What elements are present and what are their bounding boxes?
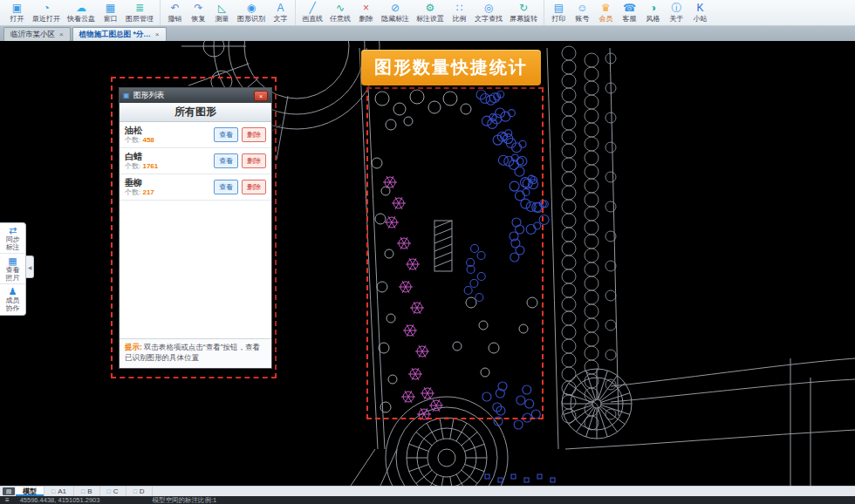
shape-recognize-icon: ◉ — [247, 3, 256, 14]
tab-label: 临沂市某小区 — [10, 30, 55, 40]
mini-site-button[interactable]: K 小站 — [688, 0, 712, 25]
text-button[interactable]: A 文字 — [269, 0, 292, 25]
annotation-scale-readout: 模型空间的标注比例:1 — [152, 496, 216, 504]
sheet-page-icon: □ — [133, 488, 137, 494]
text-find-button[interactable]: ◎ 文字查找 — [471, 0, 506, 25]
shape-list-row[interactable]: 白蜡 个数: 1761 查看 删除 — [120, 148, 271, 174]
panel-item-label: 同步标注 — [5, 236, 21, 252]
panel-collapse-handle[interactable]: ◀ — [26, 255, 34, 278]
toolbar-button-label: 文字 — [274, 15, 288, 23]
view-photos-button[interactable]: ▦ 查看照片 — [0, 254, 25, 284]
annotation-settings-button[interactable]: ⚙ 标注设置 — [413, 0, 448, 25]
delete-button[interactable]: 删除 — [242, 180, 266, 194]
sheet-list-icon[interactable]: ▤ — [3, 487, 15, 495]
dialog-title-bar[interactable]: ▣ 图形列表 × — [120, 88, 271, 103]
tab-sheet[interactable]: □ A1 — [44, 487, 74, 496]
tab-sheet[interactable]: □ D — [127, 487, 153, 496]
account-button[interactable]: ☺ 账号 — [571, 0, 594, 25]
people-icon: ♟ — [9, 286, 17, 296]
proportion-icon: ∷ — [456, 3, 463, 14]
view-button[interactable]: 查看 — [214, 127, 238, 142]
toolbar-button-label: 小站 — [694, 15, 708, 23]
delete-tool-button[interactable]: × 删除 — [354, 0, 378, 25]
hint-label: 提示: — [125, 343, 142, 351]
freehand-icon: ∿ — [336, 3, 345, 14]
shape-info: 垂柳 个数: 217 — [125, 178, 214, 197]
about-button[interactable]: ⓘ 关于 — [665, 0, 688, 25]
close-icon[interactable]: × — [155, 31, 160, 38]
tab-sheet-label: B — [87, 487, 92, 495]
scale-button[interactable]: ∷ 比例 — [448, 0, 471, 25]
shape-recognize-button[interactable]: ◉ 图形识别 — [234, 0, 269, 25]
print-button[interactable]: ▤ 打印 — [547, 0, 571, 25]
tab-sheet[interactable]: □ C — [100, 487, 127, 496]
support-button[interactable]: ☎ 客服 — [618, 0, 641, 25]
gear-icon: ⚙ — [426, 3, 435, 14]
screen-rotate-button[interactable]: ↻ 屏幕旋转 — [506, 0, 541, 25]
view-button[interactable]: 查看 — [214, 180, 238, 194]
window-icon: ▦ — [106, 3, 115, 14]
measure-button[interactable]: ◺ 测量 — [210, 0, 234, 25]
toolbar-button-label: 撤销 — [168, 15, 182, 23]
tab-document-1[interactable]: 临沂市某小区 × — [3, 27, 71, 41]
tab-sheet-label: D — [140, 487, 145, 495]
sheet-page-icon: □ — [107, 488, 111, 494]
row-actions: 查看 删除 — [214, 180, 266, 194]
layers-icon: ≣ — [135, 3, 144, 14]
toolbar-button-label: 图形识别 — [237, 15, 265, 23]
shape-info: 油松 个数: 458 — [125, 126, 214, 145]
tab-document-2-active[interactable]: 植物施工图总图 *分… × — [72, 27, 167, 41]
cad-canvas[interactable]: 图形数量快捷统计 ▣ 图形列表 × 所有图形 油松 个数: 458 查看 删除 … — [0, 41, 855, 486]
toolbar-button-label: 关于 — [670, 15, 684, 23]
redo-button[interactable]: ↷ 恢复 — [187, 0, 210, 25]
dialog-close-button[interactable]: × — [254, 91, 268, 101]
delete-button[interactable]: 删除 — [242, 127, 266, 142]
toolbar-button-label: 打开 — [10, 15, 24, 23]
info-icon: ⓘ — [672, 3, 682, 14]
text-icon: A — [277, 3, 284, 14]
dialog-hint: 提示:双击表格项或点击“查看”按钮，查看已识别图形的具体位置 — [120, 338, 271, 368]
freehand-line-button[interactable]: ∿ 任意线 — [326, 0, 354, 25]
document-tab-bar: 临沂市某小区 × 植物施工图总图 *分… × — [0, 26, 855, 41]
hide-annotation-button[interactable]: ⊘ 隐藏标注 — [378, 0, 413, 25]
draw-line-button[interactable]: ╱ 画直线 — [298, 0, 326, 25]
delete-button[interactable]: 删除 — [242, 153, 266, 168]
tab-sheet-label: C — [113, 487, 119, 495]
redo-icon: ↷ — [194, 3, 202, 14]
cloud-drive-button[interactable]: ☁ 快看云盘 — [64, 0, 99, 25]
user-icon: ☺ — [577, 3, 587, 14]
toolbar-button-label: 图层管理 — [126, 15, 154, 23]
recent-open-button[interactable]: ◔ 最近打开 — [29, 0, 64, 25]
member-collab-button[interactable]: ♟ 成员协作 — [0, 284, 25, 315]
sheet-tab-bar: ▤ 模型 □ A1 □ B □ C □ D — [0, 486, 855, 496]
tab-model[interactable]: 模型 — [16, 487, 44, 496]
vip-member-button[interactable]: ♛ 会员 — [594, 0, 618, 25]
toolbar-button-label: 最近打开 — [32, 15, 60, 23]
menu-icon[interactable]: ≡ — [5, 496, 10, 504]
window-button[interactable]: ▦ 窗口 — [99, 0, 122, 25]
undo-button[interactable]: ↶ 撤销 — [163, 0, 187, 25]
style-button[interactable]: ◑ 风格 — [641, 0, 665, 25]
open-button[interactable]: ▣ 打开 — [5, 0, 29, 25]
panel-item-label: 成员协作 — [5, 297, 21, 313]
shape-list-row[interactable]: 垂柳 个数: 217 查看 删除 — [120, 174, 271, 201]
view-button[interactable]: 查看 — [214, 153, 238, 168]
vip-crown-icon: ♛ — [601, 3, 611, 14]
shape-count: 个数: 458 — [125, 136, 214, 145]
close-icon[interactable]: × — [59, 31, 64, 38]
delete-icon: × — [363, 3, 369, 14]
toolbar-button-label: 账号 — [576, 15, 590, 23]
undo-icon: ↶ — [170, 3, 179, 14]
toolbar-group-edit: ↶ 撤销 ↷ 恢复 ◺ 测量 ◉ 图形识别 A 文字 — [161, 0, 296, 25]
toolbar-button-label: 屏幕旋转 — [510, 15, 537, 23]
toolbar-button-label: 会员 — [599, 15, 613, 23]
shape-list: 油松 个数: 458 查看 删除 白蜡 个数: 1761 查看 删除 垂柳 个数… — [120, 122, 271, 338]
sync-annotation-button[interactable]: ⇄ 同步标注 — [0, 223, 25, 254]
tab-sheet[interactable]: □ B — [74, 487, 100, 496]
photo-icon: ▦ — [8, 255, 17, 266]
shape-name: 油松 — [125, 126, 214, 136]
toolbar-button-label: 风格 — [646, 15, 660, 23]
shape-name: 白蜡 — [125, 152, 214, 162]
shape-list-row[interactable]: 油松 个数: 458 查看 删除 — [120, 122, 271, 148]
layer-manager-button[interactable]: ≣ 图层管理 — [122, 0, 157, 25]
